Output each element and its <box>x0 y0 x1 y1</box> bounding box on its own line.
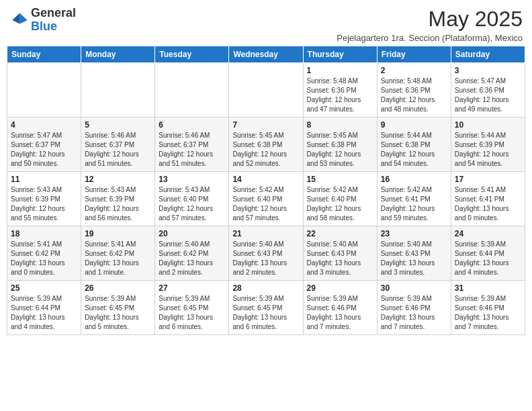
day-info: Sunrise: 5:43 AMSunset: 6:40 PMDaylight:… <box>159 185 225 223</box>
day-info: Sunrise: 5:43 AMSunset: 6:39 PMDaylight:… <box>85 185 151 223</box>
day-info: Sunrise: 5:44 AMSunset: 6:38 PMDaylight:… <box>381 131 447 169</box>
day-info: Sunrise: 5:47 AMSunset: 6:37 PMDaylight:… <box>11 131 77 169</box>
calendar-cell: 15Sunrise: 5:42 AMSunset: 6:40 PMDayligh… <box>303 172 377 226</box>
day-number: 22 <box>307 229 373 238</box>
day-number: 9 <box>381 120 447 130</box>
day-number: 26 <box>85 283 151 293</box>
day-number: 30 <box>381 283 447 293</box>
calendar-table: SundayMondayTuesdayWednesdayThursdayFrid… <box>7 46 525 335</box>
day-info: Sunrise: 5:39 AMSunset: 6:46 PMDaylight:… <box>455 294 521 332</box>
day-info: Sunrise: 5:41 AMSunset: 6:41 PMDaylight:… <box>455 185 521 223</box>
logo: General Blue <box>9 7 76 34</box>
day-info: Sunrise: 5:42 AMSunset: 6:40 PMDaylight:… <box>232 185 299 223</box>
day-number: 4 <box>11 120 77 130</box>
calendar-cell: 9Sunrise: 5:44 AMSunset: 6:38 PMDaylight… <box>377 118 451 172</box>
day-number: 11 <box>11 175 77 184</box>
page-header: General Blue May 2025 Pejelagartero 1ra.… <box>7 7 525 43</box>
day-info: Sunrise: 5:41 AMSunset: 6:42 PMDaylight:… <box>11 240 77 277</box>
calendar-week-row: 18Sunrise: 5:41 AMSunset: 6:42 PMDayligh… <box>7 226 525 281</box>
day-number: 1 <box>307 66 373 75</box>
day-number: 27 <box>159 283 225 293</box>
day-number: 14 <box>232 175 299 184</box>
day-number: 8 <box>307 120 373 130</box>
day-info: Sunrise: 5:42 AMSunset: 6:40 PMDaylight:… <box>307 185 373 223</box>
day-info: Sunrise: 5:43 AMSunset: 6:39 PMDaylight:… <box>11 185 77 223</box>
day-info: Sunrise: 5:45 AMSunset: 6:38 PMDaylight:… <box>307 131 373 169</box>
day-info: Sunrise: 5:46 AMSunset: 6:37 PMDaylight:… <box>85 131 151 169</box>
day-info: Sunrise: 5:45 AMSunset: 6:38 PMDaylight:… <box>232 131 299 169</box>
day-number: 20 <box>159 229 225 238</box>
logo-blue-text: Blue <box>31 19 57 33</box>
day-info: Sunrise: 5:47 AMSunset: 6:36 PMDaylight:… <box>455 77 521 114</box>
calendar-cell: 1Sunrise: 5:48 AMSunset: 6:36 PMDaylight… <box>303 63 377 118</box>
calendar-cell: 4Sunrise: 5:47 AMSunset: 6:37 PMDaylight… <box>7 118 81 172</box>
calendar-cell: 28Sunrise: 5:39 AMSunset: 6:45 PMDayligh… <box>229 281 303 335</box>
day-number: 5 <box>85 120 151 130</box>
calendar-cell: 22Sunrise: 5:40 AMSunset: 6:43 PMDayligh… <box>303 226 377 281</box>
calendar-cell: 31Sunrise: 5:39 AMSunset: 6:46 PMDayligh… <box>451 281 525 335</box>
calendar-cell: 17Sunrise: 5:41 AMSunset: 6:41 PMDayligh… <box>451 172 525 226</box>
logo-icon <box>9 11 28 30</box>
day-number: 18 <box>11 229 77 238</box>
calendar-cell <box>7 63 81 118</box>
day-number: 16 <box>381 175 447 184</box>
day-info: Sunrise: 5:39 AMSunset: 6:46 PMDaylight:… <box>381 294 447 332</box>
day-info: Sunrise: 5:39 AMSunset: 6:44 PMDaylight:… <box>455 240 521 277</box>
day-number: 15 <box>307 175 373 184</box>
day-number: 19 <box>85 229 151 238</box>
calendar-cell: 13Sunrise: 5:43 AMSunset: 6:40 PMDayligh… <box>155 172 229 226</box>
calendar-cell: 19Sunrise: 5:41 AMSunset: 6:42 PMDayligh… <box>81 226 155 281</box>
calendar-cell <box>229 63 303 118</box>
calendar-cell: 3Sunrise: 5:47 AMSunset: 6:36 PMDaylight… <box>451 63 525 118</box>
day-number: 13 <box>159 175 225 184</box>
calendar-cell: 8Sunrise: 5:45 AMSunset: 6:38 PMDaylight… <box>303 118 377 172</box>
day-info: Sunrise: 5:42 AMSunset: 6:41 PMDaylight:… <box>381 185 447 223</box>
day-info: Sunrise: 5:40 AMSunset: 6:43 PMDaylight:… <box>307 240 373 277</box>
day-of-week-header: Thursday <box>303 46 377 63</box>
day-number: 3 <box>455 66 521 75</box>
day-of-week-header: Monday <box>81 46 155 63</box>
calendar-cell: 30Sunrise: 5:39 AMSunset: 6:46 PMDayligh… <box>377 281 451 335</box>
day-number: 29 <box>307 283 373 293</box>
calendar-cell: 26Sunrise: 5:39 AMSunset: 6:45 PMDayligh… <box>81 281 155 335</box>
calendar-header-row: SundayMondayTuesdayWednesdayThursdayFrid… <box>7 46 525 63</box>
day-number: 28 <box>232 283 299 293</box>
svg-marker-1 <box>12 13 19 24</box>
calendar-cell: 23Sunrise: 5:40 AMSunset: 6:43 PMDayligh… <box>377 226 451 281</box>
month-year-title: May 2025 <box>337 7 523 32</box>
day-number: 24 <box>455 229 521 238</box>
calendar-week-row: 11Sunrise: 5:43 AMSunset: 6:39 PMDayligh… <box>7 172 525 226</box>
day-info: Sunrise: 5:46 AMSunset: 6:37 PMDaylight:… <box>159 131 225 169</box>
calendar-cell: 6Sunrise: 5:46 AMSunset: 6:37 PMDaylight… <box>155 118 229 172</box>
day-of-week-header: Wednesday <box>229 46 303 63</box>
calendar-cell: 29Sunrise: 5:39 AMSunset: 6:46 PMDayligh… <box>303 281 377 335</box>
day-info: Sunrise: 5:39 AMSunset: 6:44 PMDaylight:… <box>11 294 77 332</box>
day-info: Sunrise: 5:44 AMSunset: 6:39 PMDaylight:… <box>455 131 521 169</box>
calendar-cell: 10Sunrise: 5:44 AMSunset: 6:39 PMDayligh… <box>451 118 525 172</box>
day-info: Sunrise: 5:39 AMSunset: 6:45 PMDaylight:… <box>232 294 299 332</box>
day-info: Sunrise: 5:40 AMSunset: 6:43 PMDaylight:… <box>232 240 299 277</box>
calendar-cell: 14Sunrise: 5:42 AMSunset: 6:40 PMDayligh… <box>229 172 303 226</box>
day-number: 2 <box>381 66 447 75</box>
calendar-cell: 16Sunrise: 5:42 AMSunset: 6:41 PMDayligh… <box>377 172 451 226</box>
day-info: Sunrise: 5:48 AMSunset: 6:36 PMDaylight:… <box>307 77 373 114</box>
logo-general-text: General <box>31 6 76 19</box>
day-info: Sunrise: 5:48 AMSunset: 6:36 PMDaylight:… <box>381 77 447 114</box>
day-number: 21 <box>232 229 299 238</box>
day-number: 10 <box>455 120 521 130</box>
calendar-cell: 12Sunrise: 5:43 AMSunset: 6:39 PMDayligh… <box>81 172 155 226</box>
calendar-cell <box>81 63 155 118</box>
day-number: 23 <box>381 229 447 238</box>
calendar-cell: 27Sunrise: 5:39 AMSunset: 6:45 PMDayligh… <box>155 281 229 335</box>
day-number: 6 <box>159 120 225 130</box>
calendar-cell: 24Sunrise: 5:39 AMSunset: 6:44 PMDayligh… <box>451 226 525 281</box>
calendar-week-row: 25Sunrise: 5:39 AMSunset: 6:44 PMDayligh… <box>7 281 525 335</box>
calendar-week-row: 4Sunrise: 5:47 AMSunset: 6:37 PMDaylight… <box>7 118 525 172</box>
day-number: 25 <box>11 283 77 293</box>
day-number: 7 <box>232 120 299 130</box>
calendar-week-row: 1Sunrise: 5:48 AMSunset: 6:36 PMDaylight… <box>7 63 525 118</box>
calendar-cell: 20Sunrise: 5:40 AMSunset: 6:42 PMDayligh… <box>155 226 229 281</box>
day-info: Sunrise: 5:40 AMSunset: 6:42 PMDaylight:… <box>159 240 225 277</box>
calendar-cell: 21Sunrise: 5:40 AMSunset: 6:43 PMDayligh… <box>229 226 303 281</box>
day-info: Sunrise: 5:39 AMSunset: 6:45 PMDaylight:… <box>159 294 225 332</box>
